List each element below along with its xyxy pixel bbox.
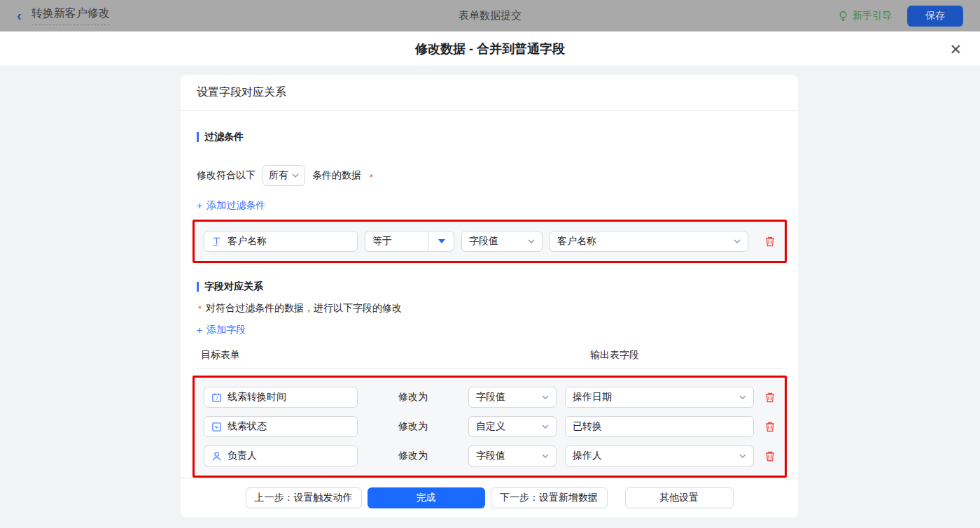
svg-text:7: 7: [215, 395, 218, 401]
save-button[interactable]: 保存: [907, 6, 963, 27]
settings-card: 设置字段对应关系 过滤条件 修改符合以下 所有 条件的数据 * +: [181, 75, 798, 518]
card-title: 设置字段对应关系: [181, 75, 798, 111]
page-title: 表单数据提交: [458, 9, 522, 22]
output-field-select[interactable]: 操作人: [565, 445, 754, 466]
target-field-input[interactable]: 线索状态: [204, 416, 358, 437]
target-field-input[interactable]: 7 线索转换时间: [204, 387, 358, 408]
section-marker: [197, 282, 199, 292]
chevron-down-icon: [292, 173, 299, 178]
filter-section-title: 过滤条件: [197, 131, 798, 143]
dialog-header: 修改数据 - 合并到普通字段 ✕: [0, 31, 980, 66]
output-field-column-header: 输出表字段: [590, 349, 639, 362]
target-field-input[interactable]: 负责人: [204, 445, 358, 466]
mapping-row: 7 线索转换时间 修改为 字段值 操作日期: [204, 387, 776, 408]
divider: [197, 368, 782, 369]
section-marker: [197, 132, 199, 142]
value-type-select[interactable]: 字段值: [468, 445, 556, 466]
close-icon[interactable]: ✕: [949, 41, 962, 56]
match-condition-row: 修改符合以下 所有 条件的数据 *: [197, 165, 798, 186]
select-field-icon: [211, 422, 222, 432]
output-field-select[interactable]: 操作日期: [565, 387, 754, 408]
dialog-body: 设置字段对应关系 过滤条件 修改符合以下 所有 条件的数据 * +: [0, 66, 980, 528]
target-form-column-header: 目标表单: [201, 349, 240, 362]
condition-field-input[interactable]: 客户名称: [204, 231, 358, 252]
person-icon: [211, 451, 222, 462]
modify-to-label: 修改为: [398, 391, 428, 404]
chevron-down-icon: [734, 239, 741, 243]
beginner-guide-link[interactable]: 新手引导: [838, 10, 892, 22]
topbar: ‹ 转换新客户修改 表单数据提交 新手引导 保存: [0, 0, 980, 31]
delete-row-trash-icon[interactable]: [764, 450, 776, 462]
required-asterisk: *: [370, 172, 373, 183]
value-type-select[interactable]: 自定义: [468, 416, 556, 437]
plus-icon: +: [197, 324, 202, 336]
chevron-down-icon: [739, 454, 746, 458]
dropdown-triangle-icon[interactable]: [428, 231, 454, 251]
guide-label: 新手引导: [853, 10, 892, 22]
other-settings-button[interactable]: 其他设置: [625, 487, 734, 508]
delete-condition-trash-icon[interactable]: [764, 236, 776, 248]
match-mode-select[interactable]: 所有: [262, 165, 305, 186]
add-filter-condition-link[interactable]: + 添加过滤条件: [197, 199, 265, 212]
modify-to-label: 修改为: [398, 420, 428, 433]
mapping-description: * 对符合过滤条件的数据，进行以下字段的修改: [197, 302, 798, 315]
mapping-row: 负责人 修改为 字段值 操作人: [204, 445, 776, 466]
lightbulb-icon: [838, 10, 848, 22]
value-type-select[interactable]: 字段值: [468, 387, 556, 408]
back-icon[interactable]: ‹: [17, 8, 22, 22]
delete-row-trash-icon[interactable]: [764, 421, 776, 433]
chevron-down-icon: [542, 395, 549, 399]
condition-operator-select[interactable]: 等于: [365, 231, 454, 252]
required-asterisk: *: [198, 304, 202, 314]
next-step-button[interactable]: 下一步：设置新增数据: [491, 487, 608, 508]
custom-value-input[interactable]: 已转换: [565, 416, 754, 437]
condition-value-type-select[interactable]: 字段值: [461, 231, 542, 252]
delete-row-trash-icon[interactable]: [764, 392, 776, 404]
modify-to-label: 修改为: [398, 450, 428, 462]
mapping-section-title: 字段对应关系: [197, 280, 798, 293]
condition-value-select[interactable]: 客户名称: [550, 231, 748, 252]
field-mapping-highlight-box: 7 线索转换时间 修改为 字段值 操作日期: [192, 376, 787, 478]
plus-icon: +: [197, 200, 202, 211]
match-prefix-label: 修改符合以下: [197, 169, 255, 182]
done-button[interactable]: 完成: [368, 487, 485, 508]
filter-condition-highlight-box: 客户名称 等于 字段值 客户名称: [192, 220, 787, 263]
match-suffix-label: 条件的数据: [312, 169, 361, 182]
dialog-footer: 上一步：设置触发动作 完成 下一步：设置新增数据 其他设置: [181, 478, 798, 518]
chevron-down-icon: [542, 454, 549, 458]
flow-name[interactable]: 转换新客户修改: [31, 6, 110, 25]
chevron-down-icon: [528, 239, 535, 243]
calendar-icon: 7: [211, 392, 222, 403]
mapping-row: 线索状态 修改为 自定义 已转换: [204, 416, 776, 437]
chevron-down-icon: [739, 395, 746, 399]
add-field-link[interactable]: + 添加字段: [197, 324, 246, 336]
text-field-icon: [211, 236, 222, 247]
chevron-down-icon: [542, 424, 549, 429]
prev-step-button[interactable]: 上一步：设置触发动作: [246, 487, 362, 508]
dialog-title: 修改数据 - 合并到普通字段: [415, 41, 565, 57]
mapping-column-headers: 目标表单 输出表字段: [181, 349, 798, 361]
